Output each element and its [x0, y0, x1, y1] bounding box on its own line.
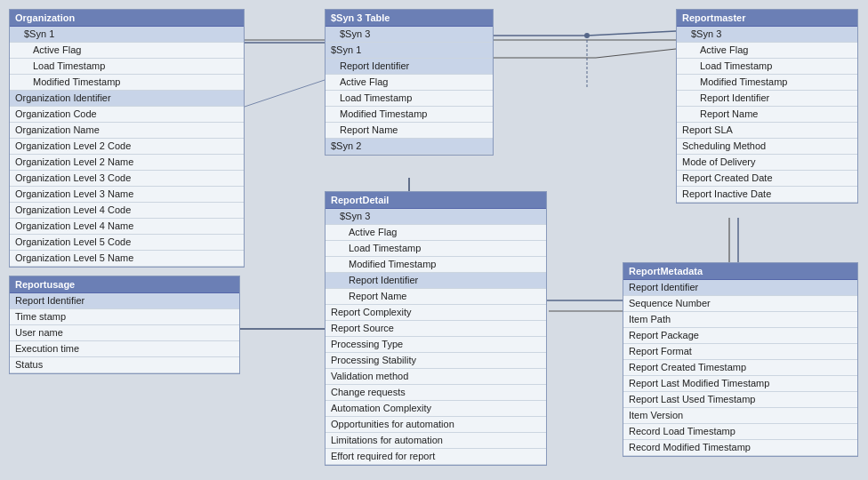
rd-row-reportid: Report Identifier	[326, 273, 546, 289]
er-diagram: Organization $Syn 1 Active Flag Load Tim…	[0, 0, 868, 480]
reportmaster-table: Reportmaster $Syn 3 Active Flag Load Tim…	[676, 9, 858, 204]
organization-table: Organization $Syn 1 Active Flag Load Tim…	[9, 9, 245, 268]
reportusage-table: Reportusage Report Identifier Time stamp…	[9, 276, 240, 374]
rm-row-created: Report Created Date	[677, 171, 857, 187]
rmd-row-recmod: Record Modified Timestamp	[623, 440, 857, 456]
syn3t-row-active: Active Flag	[326, 75, 493, 91]
org-row-l5name: Organization Level 5 Name	[10, 251, 244, 267]
rm-row-syn3: $Syn 3	[677, 27, 857, 43]
ru-row-reportid: Report Identifier	[10, 293, 239, 309]
reportmetadata-table: ReportMetadata Report Identifier Sequenc…	[623, 262, 858, 457]
rm-row-delivery: Mode of Delivery	[677, 155, 857, 171]
rmd-row-package: Report Package	[623, 328, 857, 344]
rm-row-sla: Report SLA	[677, 123, 857, 139]
reportusage-header: Reportusage	[10, 276, 239, 293]
ru-row-timestamp: Time stamp	[10, 309, 239, 325]
syn3t-row-name: Report Name	[326, 123, 493, 139]
rd-row-syn3: $Syn 3	[326, 209, 546, 225]
syn3t-row-syn3: $Syn 3	[326, 27, 493, 43]
rm-row-name: Report Name	[677, 107, 857, 123]
org-row-l3name: Organization Level 3 Name	[10, 187, 244, 203]
rmd-row-lastmod: Report Last Modified Timestamp	[623, 376, 857, 392]
rd-row-complexity: Report Complexity	[326, 305, 546, 321]
rm-row-loadts: Load Timestamp	[677, 59, 857, 75]
org-row-l3code: Organization Level 3 Code	[10, 171, 244, 187]
rd-row-name: Report Name	[326, 289, 546, 305]
syn3table-table: $Syn 3 Table $Syn 3 $Syn 1 Report Identi…	[325, 9, 494, 156]
rd-row-change: Change requests	[326, 385, 546, 401]
org-row-name: Organization Name	[10, 123, 244, 139]
rm-row-inactive: Report Inactive Date	[677, 187, 857, 203]
rmd-row-itemver: Item Version	[623, 408, 857, 424]
syn3table-header: $Syn 3 Table	[326, 10, 493, 27]
rd-row-limauto: Limitations for automation	[326, 433, 546, 449]
org-row-l5code: Organization Level 5 Code	[10, 235, 244, 251]
org-row-l2code: Organization Level 2 Code	[10, 139, 244, 155]
syn3t-row-modts: Modified Timestamp	[326, 107, 493, 123]
reportmetadata-header: ReportMetadata	[623, 263, 857, 280]
rmd-row-lastused: Report Last Used Timestamp	[623, 392, 857, 408]
rd-row-active: Active Flag	[326, 225, 546, 241]
org-row-activeflag: Active Flag	[10, 43, 244, 59]
org-row-code: Organization Code	[10, 107, 244, 123]
rm-row-reportid: Report Identifier	[677, 91, 857, 107]
org-row-modts: Modified Timestamp	[10, 75, 244, 91]
ru-row-status: Status	[10, 357, 239, 373]
reportmaster-header: Reportmaster	[677, 10, 857, 27]
rd-row-proctype: Processing Type	[326, 337, 546, 353]
rmd-row-recload: Record Load Timestamp	[623, 424, 857, 440]
syn3t-row-syn2: $Syn 2	[326, 139, 493, 155]
rmd-row-format: Report Format	[623, 344, 857, 360]
organization-header: Organization	[10, 10, 244, 27]
syn3t-row-syn1: $Syn 1	[326, 43, 493, 59]
rd-row-autocomp: Automation Complexity	[326, 401, 546, 417]
ru-row-exec: Execution time	[10, 341, 239, 357]
org-row-syn1: $Syn 1	[10, 27, 244, 43]
org-row-id: Organization Identifier	[10, 91, 244, 107]
rd-row-loadts: Load Timestamp	[326, 241, 546, 257]
rd-row-modts: Modified Timestamp	[326, 257, 546, 273]
rmd-row-created: Report Created Timestamp	[623, 360, 857, 376]
rm-row-active: Active Flag	[677, 43, 857, 59]
syn3t-row-loadts: Load Timestamp	[326, 91, 493, 107]
org-row-l2name: Organization Level 2 Name	[10, 155, 244, 171]
rmd-row-reportid: Report Identifier	[623, 280, 857, 296]
rmd-row-itempath: Item Path	[623, 312, 857, 328]
org-row-l4name: Organization Level 4 Name	[10, 219, 244, 235]
reportdetail-header: ReportDetail	[326, 192, 546, 209]
rm-row-sched: Scheduling Method	[677, 139, 857, 155]
rd-row-oppauto: Opportunities for automation	[326, 417, 546, 433]
rd-row-procstab: Processing Stability	[326, 353, 546, 369]
org-row-l4code: Organization Level 4 Code	[10, 203, 244, 219]
rm-row-modts: Modified Timestamp	[677, 75, 857, 91]
svg-line-5	[245, 80, 325, 107]
rd-row-source: Report Source	[326, 321, 546, 337]
svg-point-7	[584, 33, 590, 38]
rd-row-validation: Validation method	[326, 369, 546, 385]
org-row-loadts: Load Timestamp	[10, 59, 244, 75]
rd-row-effort: Effort required for report	[326, 449, 546, 465]
syn3t-row-reportid: Report Identifier	[326, 59, 493, 75]
ru-row-user: User name	[10, 325, 239, 341]
rmd-row-seqnum: Sequence Number	[623, 296, 857, 312]
reportdetail-table: ReportDetail $Syn 3 Active Flag Load Tim…	[325, 191, 547, 466]
